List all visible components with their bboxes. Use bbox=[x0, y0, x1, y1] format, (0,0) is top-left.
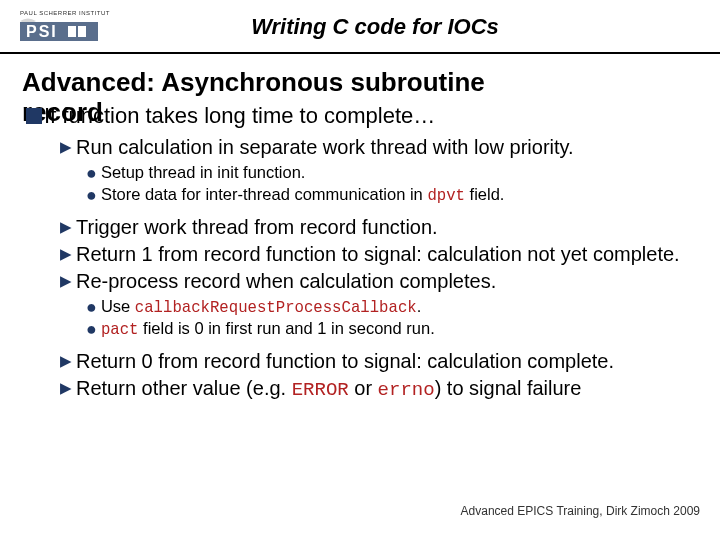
l1-text: If function takes long time to complete… bbox=[44, 103, 435, 128]
triangle-bullet-icon: ▶ bbox=[60, 352, 72, 369]
square-bullet-icon bbox=[26, 108, 42, 124]
level3-group-2: ●Use callbackRequestProcessCallback. ●pa… bbox=[60, 296, 698, 341]
psi-logo: PSI bbox=[20, 18, 98, 44]
svg-rect-3 bbox=[78, 26, 86, 37]
heading-line-1: Advanced: Asynchronous subroutine bbox=[22, 67, 485, 97]
code-callback: callbackRequestProcessCallback bbox=[135, 299, 417, 317]
slide-title: Writing C code for IOCs bbox=[110, 14, 700, 40]
bullet-run-calc: ▶Run calculation in separate work thread… bbox=[60, 135, 698, 160]
code-errno: errno bbox=[378, 379, 435, 401]
triangle-bullet-icon: ▶ bbox=[60, 245, 72, 262]
triangle-bullet-icon: ▶ bbox=[60, 379, 72, 396]
level3-group-1: ●Setup thread in init function. ●Store d… bbox=[60, 162, 698, 207]
bullet-return-1: ▶Return 1 from record function to signal… bbox=[60, 242, 698, 267]
bullet-trigger-thread: ▶Trigger work thread from record functio… bbox=[60, 215, 698, 240]
bullet-level1: If function takes long time to complete… bbox=[22, 103, 698, 129]
svg-rect-2 bbox=[68, 26, 76, 37]
triangle-bullet-icon: ▶ bbox=[60, 138, 72, 155]
bullet-store-data: ●Store data for inter-thread communicati… bbox=[86, 184, 698, 207]
bullet-pact: ●pact field is 0 in first run and 1 in s… bbox=[86, 318, 698, 341]
bullet-use-callback: ●Use callbackRequestProcessCallback. bbox=[86, 296, 698, 319]
slide-content: Advanced: Asynchronous subroutine record… bbox=[0, 54, 720, 403]
institute-name: PAUL SCHERRER INSTITUT bbox=[20, 10, 110, 16]
slide-header: PAUL SCHERRER INSTITUT PSI Writing C cod… bbox=[0, 0, 720, 54]
dot-bullet-icon: ● bbox=[86, 185, 97, 205]
bullet-setup-thread: ●Setup thread in init function. bbox=[86, 162, 698, 185]
bullet-reprocess: ▶Re-process record when calculation comp… bbox=[60, 269, 698, 294]
code-pact: pact bbox=[101, 321, 139, 339]
triangle-bullet-icon: ▶ bbox=[60, 272, 72, 289]
dot-bullet-icon: ● bbox=[86, 163, 97, 183]
svg-text:PSI: PSI bbox=[26, 23, 58, 40]
bullet-return-other: ▶Return other value (e.g. ERROR or errno… bbox=[60, 376, 698, 403]
dot-bullet-icon: ● bbox=[86, 297, 97, 317]
psi-logo-block: PAUL SCHERRER INSTITUT PSI bbox=[20, 10, 110, 44]
level2-group: ▶Run calculation in separate work thread… bbox=[22, 135, 698, 403]
bullet-return-0: ▶Return 0 from record function to signal… bbox=[60, 349, 698, 374]
slide-footer: Advanced EPICS Training, Dirk Zimoch 200… bbox=[461, 504, 700, 518]
triangle-bullet-icon: ▶ bbox=[60, 218, 72, 235]
code-dpvt: dpvt bbox=[427, 187, 465, 205]
code-error: ERROR bbox=[292, 379, 349, 401]
dot-bullet-icon: ● bbox=[86, 319, 97, 339]
